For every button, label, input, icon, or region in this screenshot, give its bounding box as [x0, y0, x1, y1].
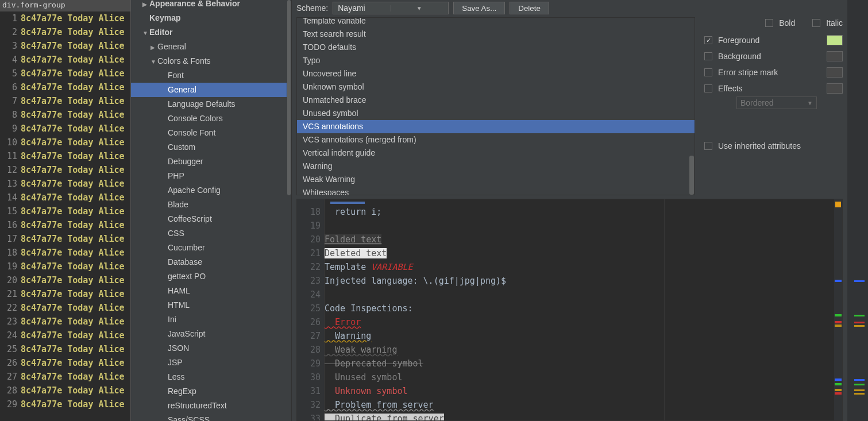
annotation-row[interactable]: 228c47a77e Today Alice — [0, 301, 130, 315]
annotation-row[interactable]: 78c47a77e Today Alice — [0, 94, 130, 108]
delete-button[interactable]: Delete — [510, 2, 549, 14]
element-row[interactable]: Unused symbol — [297, 107, 695, 120]
tree-node[interactable]: Keymap — [131, 11, 291, 25]
element-row[interactable]: TODO defaults — [297, 41, 695, 54]
outer-stripe-mark[interactable] — [854, 322, 865, 323]
element-row[interactable]: Unmatched brace — [297, 94, 695, 107]
annotation-row[interactable]: 138c47a77e Today Alice — [0, 177, 130, 191]
annotation-row[interactable]: 68c47a77e Today Alice — [0, 80, 130, 94]
element-row[interactable]: Uncovered line — [297, 67, 695, 80]
annotation-row[interactable]: 298c47a77e Today Alice — [0, 397, 130, 411]
stripe-mark[interactable] — [835, 383, 842, 385]
save-as-button[interactable]: Save As... — [453, 2, 505, 14]
annotation-row[interactable]: 38c47a77e Today Alice — [0, 39, 130, 53]
tree-node[interactable]: PHP — [131, 169, 291, 183]
tree-node[interactable]: gettext PO — [131, 269, 291, 284]
element-row[interactable]: Weak Warning — [297, 173, 695, 186]
element-row[interactable]: Whitespaces — [297, 186, 695, 195]
annotation-row[interactable]: 188c47a77e Today Alice — [0, 246, 130, 260]
annotation-row[interactable]: 158c47a77e Today Alice — [0, 204, 130, 218]
tree-node[interactable]: Blade — [131, 198, 291, 212]
element-row[interactable]: VCS annotations — [297, 120, 695, 133]
element-row[interactable]: Vertical indent guide — [297, 146, 695, 160]
effects-type-dropdown[interactable]: Bordered ▼ — [736, 96, 817, 109]
annotation-row[interactable]: 128c47a77e Today Alice — [0, 163, 130, 177]
tree-node[interactable]: HAML — [131, 284, 291, 298]
tree-node[interactable]: Console Colors — [131, 111, 291, 126]
tree-node[interactable]: RegExp — [131, 384, 291, 399]
annotation-row[interactable]: 198c47a77e Today Alice — [0, 260, 130, 273]
tree-node[interactable]: Apache Config — [131, 183, 291, 198]
stripe-mark[interactable] — [835, 392, 842, 395]
tree-node[interactable]: Font — [131, 68, 291, 83]
annotation-row[interactable]: 238c47a77e Today Alice — [0, 315, 130, 329]
element-row[interactable]: Text search result — [297, 28, 695, 41]
element-scroll-thumb[interactable] — [689, 156, 694, 195]
tree-node[interactable]: ▼Colors & Fonts — [131, 54, 291, 68]
element-row[interactable]: VCS annotations (merged from) — [297, 133, 695, 146]
annotation-row[interactable]: 118c47a77e Today Alice — [0, 149, 130, 163]
background-checkbox[interactable] — [704, 52, 712, 60]
tree-node[interactable]: reStructuredText — [131, 399, 291, 413]
annotation-row[interactable]: 278c47a77e Today Alice — [0, 370, 130, 384]
outer-stripe-mark[interactable] — [854, 280, 865, 282]
effects-swatch[interactable] — [827, 83, 843, 94]
annotation-row[interactable]: 108c47a77e Today Alice — [0, 136, 130, 149]
annotation-row[interactable]: 268c47a77e Today Alice — [0, 356, 130, 370]
tree-node[interactable]: JSP — [131, 356, 291, 370]
annotation-row[interactable]: 88c47a77e Today Alice — [0, 108, 130, 122]
foreground-swatch[interactable] — [827, 35, 843, 45]
stripe-checkbox[interactable] — [704, 68, 712, 76]
stripe-mark[interactable] — [835, 325, 842, 327]
tree-node[interactable]: ▶Appearance & Behavior — [131, 0, 291, 11]
bold-checkbox[interactable] — [765, 19, 773, 27]
scheme-dropdown[interactable]: Nayami ▼ — [333, 2, 449, 14]
element-row[interactable]: Template variable — [297, 17, 695, 28]
element-row[interactable]: Typo — [297, 54, 695, 67]
effects-checkbox[interactable] — [704, 84, 712, 92]
tree-scroll-thumb[interactable] — [287, 0, 291, 195]
tree-node[interactable]: Ini — [131, 312, 291, 327]
tree-node[interactable]: Language Defaults — [131, 97, 291, 111]
background-swatch[interactable] — [827, 51, 843, 61]
tree-node[interactable]: Console Font — [131, 126, 291, 140]
tree-node[interactable]: Less — [131, 370, 291, 384]
tree-node[interactable]: HTML — [131, 298, 291, 312]
inherited-checkbox[interactable] — [704, 142, 712, 150]
outer-stripe-mark[interactable] — [854, 379, 865, 381]
annotation-row[interactable]: 248c47a77e Today Alice — [0, 329, 130, 342]
breadcrumb[interactable]: div.form-group — [0, 0, 130, 11]
element-row[interactable]: Unknown symbol — [297, 80, 695, 94]
tree-node[interactable]: JavaScript — [131, 327, 291, 341]
tree-scrollbar[interactable] — [287, 0, 291, 421]
tree-node[interactable]: General — [131, 83, 291, 97]
preview-editor[interactable]: 18192021222324252627282930313233 return … — [296, 199, 843, 421]
tree-node[interactable]: Debugger — [131, 155, 291, 169]
annotation-row[interactable]: 168c47a77e Today Alice — [0, 218, 130, 232]
outer-stripe-mark[interactable] — [854, 315, 865, 316]
annotation-row[interactable]: 218c47a77e Today Alice — [0, 287, 130, 301]
tree-node[interactable]: ▼Editor — [131, 25, 291, 40]
tree-node[interactable]: Sass/SCSS — [131, 413, 291, 421]
annotation-row[interactable]: 58c47a77e Today Alice — [0, 67, 130, 80]
outer-error-stripe[interactable] — [847, 0, 868, 421]
stripe-swatch[interactable] — [827, 67, 843, 78]
element-row[interactable]: Warning — [297, 160, 695, 173]
outer-stripe-mark[interactable] — [854, 393, 865, 395]
tree-node[interactable]: CSS — [131, 226, 291, 241]
annotation-row[interactable]: 148c47a77e Today Alice — [0, 191, 130, 204]
tree-node[interactable]: Custom — [131, 140, 291, 155]
annotation-row[interactable]: 48c47a77e Today Alice — [0, 53, 130, 67]
annotation-row[interactable]: 28c47a77e Today Alice — [0, 25, 130, 39]
annotation-row[interactable]: 288c47a77e Today Alice — [0, 384, 130, 397]
preview-splitter[interactable] — [665, 199, 665, 420]
italic-checkbox[interactable] — [812, 19, 820, 27]
stripe-mark[interactable] — [835, 321, 842, 323]
preview-error-stripe[interactable] — [834, 199, 842, 420]
element-list[interactable]: Template variableText search resultTODO … — [296, 17, 695, 195]
tree-node[interactable]: ▶General — [131, 40, 291, 54]
stripe-mark[interactable] — [835, 314, 842, 316]
tree-node[interactable]: JSON — [131, 341, 291, 356]
annotation-row[interactable]: 178c47a77e Today Alice — [0, 232, 130, 246]
foreground-checkbox[interactable] — [704, 36, 712, 44]
